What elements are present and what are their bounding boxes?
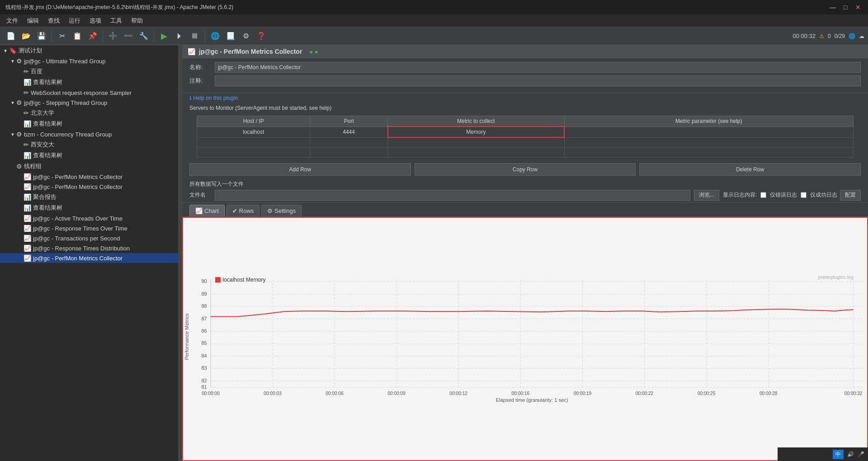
svg-text:localhost Memory: localhost Memory [222,277,266,283]
tree-item[interactable]: ✏百度 [0,66,178,77]
tree-item[interactable]: ✏WebSocket request-response Sampler [0,88,178,98]
settings-tab-label: Settings [274,207,296,214]
tree-item-icon: 📊 [24,79,31,86]
tree-expand-icon[interactable]: ▼ [9,100,16,105]
toolbar-remote[interactable]: 🌐 [208,29,222,43]
toolbar-open[interactable]: 📂 [19,29,33,43]
browse-button[interactable]: 浏览... [694,190,719,201]
toolbar-remove[interactable]: ➖ [121,29,136,43]
tree-expand-icon[interactable]: ▼ [9,132,16,137]
help-link[interactable]: Help on this plugin [193,95,238,101]
tree-item-icon: 📊 [24,193,31,201]
toolbar-add[interactable]: ➕ [106,29,120,43]
toolbar-save[interactable]: 💾 [34,29,49,43]
table-buttons: Add Row Copy Row Delete Row [189,163,861,176]
toolbar-something[interactable]: 🔧 [137,29,151,43]
tree-item[interactable]: 📈jp@gc - PerfMon Metrics Collector [0,253,178,263]
splitter[interactable]: ⋮ [179,45,182,461]
name-row: 名称: [189,62,861,73]
tab-chart[interactable]: 📈 Chart [189,205,225,216]
tree-item[interactable]: ✏北京大学 [0,108,178,118]
col-host: Host / IP [197,116,310,127]
ime-indicator: 中 [833,450,844,459]
toolbar-cut[interactable]: ✂ [55,29,69,43]
minimize-button[interactable]: — [828,3,837,12]
toolbar-question[interactable]: ❓ [254,29,269,43]
monitor-table-container: Host / IP Port Metric to collect Metric … [189,114,861,160]
right-panel: 📈 jp@gc - PerfMon Metrics Collector ● ● … [182,45,868,461]
tree-item[interactable]: 📈jp@gc - Response Times Distribution [0,243,178,253]
tree-item-icon: 📈 [24,245,31,252]
toolbar-template[interactable]: 📃 [223,29,238,43]
close-button[interactable]: ✕ [854,3,863,12]
tree-item-label: 西安交大 [31,141,54,149]
tree-expand-icon[interactable]: ▼ [9,59,16,64]
toolbar-settings[interactable]: ⚙ [239,29,253,43]
tree-item[interactable]: 📈jp@gc - Active Threads Over Time [0,213,178,223]
add-row-button[interactable]: Add Row [189,163,411,176]
status-bar: 中 🔊 🎤 [778,447,868,461]
cell-metric[interactable]: Memory [388,127,564,137]
tree-item[interactable]: 📊查看结果树 [0,77,178,88]
test-count: 0/29 [835,33,845,39]
tree-expand-icon[interactable]: ▼ [2,48,9,53]
tree-item-icon: 📊 [24,120,31,127]
comment-row: 注释: [189,75,861,86]
toolbar-new[interactable]: 📄 [4,29,18,43]
svg-text:00:00:32: 00:00:32 [844,391,863,396]
copy-row-button[interactable]: Copy Row [415,163,636,176]
tab-rows[interactable]: ✔ Rows [226,205,260,216]
tree-item[interactable]: ⚙线程组 [0,161,178,172]
tree-item[interactable]: 📊查看结果树 [0,150,178,161]
tree-item-label: jp@gc - PerfMon Metrics Collector [33,174,123,180]
toolbar-start-no-pause[interactable]: ⏵ [172,29,187,43]
menu-file[interactable]: 文件 [2,15,23,27]
tree-item[interactable]: 📊查看结果树 [0,118,178,129]
toolbar-copy[interactable]: 📋 [70,29,85,43]
only-errors-checkbox[interactable] [760,192,766,198]
maximize-button[interactable]: □ [841,3,850,12]
toolbar-stop[interactable]: ⏹ [188,29,202,43]
info-icon: ℹ [189,95,192,101]
tree-item-icon: ✏ [24,141,29,148]
tree-item[interactable]: 📈jp@gc - PerfMon Metrics Collector [0,182,178,192]
svg-text:00:00:22: 00:00:22 [636,391,654,396]
tree-item[interactable]: ▼⚙bzm - Concurrency Thread Group [0,129,178,139]
menu-find[interactable]: 查找 [43,15,64,27]
config-button[interactable]: 配置 [840,190,861,201]
tree-item[interactable]: ▼⚙jp@gc - Stepping Thread Group [0,98,178,108]
table-row-empty2 [197,147,854,157]
tree-item[interactable]: ▼⚙jp@gc - Ultimate Thread Group [0,56,178,66]
only-success-checkbox[interactable] [801,192,807,198]
name-input[interactable] [215,62,861,73]
menu-options[interactable]: 选项 [85,15,106,27]
filename-input[interactable] [215,190,690,201]
tree-item[interactable]: 📈jp@gc - Response Times Over Time [0,223,178,233]
svg-text:00:00:03: 00:00:03 [264,391,282,396]
tree-item-icon: ⚙ [16,131,22,138]
tree-item-label: jp@gc - Ultimate Thread Group [24,58,106,65]
title-bar: 线程组-并发.jmx (D:\JeMeter\apache-jmeter-5.6… [0,0,868,14]
svg-text:00:00:28: 00:00:28 [760,391,778,396]
svg-text:00:00:06: 00:00:06 [326,391,344,396]
menu-help[interactable]: 帮助 [127,15,147,27]
tree-item[interactable]: 📊查看结果树 [0,202,178,213]
tree-item-label: 百度 [31,67,42,75]
tab-settings[interactable]: ⚙ Settings [261,205,302,216]
tree-item[interactable]: ▼🔖测试计划 [0,45,178,56]
comment-input[interactable] [215,75,861,86]
toolbar-sep4 [205,31,205,42]
tree-item[interactable]: ✏西安交大 [0,139,178,150]
menu-run[interactable]: 运行 [64,15,85,27]
toolbar-start[interactable]: ▶ [157,29,171,43]
svg-text:84: 84 [201,353,207,358]
tree-item-label: WebSocket request-response Sampler [31,89,132,96]
toolbar-paste[interactable]: 📌 [85,29,100,43]
tree-item[interactable]: 📈jp@gc - PerfMon Metrics Collector [0,172,178,182]
menu-edit[interactable]: 编辑 [23,15,43,27]
delete-row-button[interactable]: Delete Row [639,163,861,176]
tree-item[interactable]: 📊聚合报告 [0,192,178,202]
cell-empty [388,137,564,147]
tree-item[interactable]: 📈jp@gc - Transactions per Second [0,233,178,243]
menu-tools[interactable]: 工具 [106,15,127,27]
